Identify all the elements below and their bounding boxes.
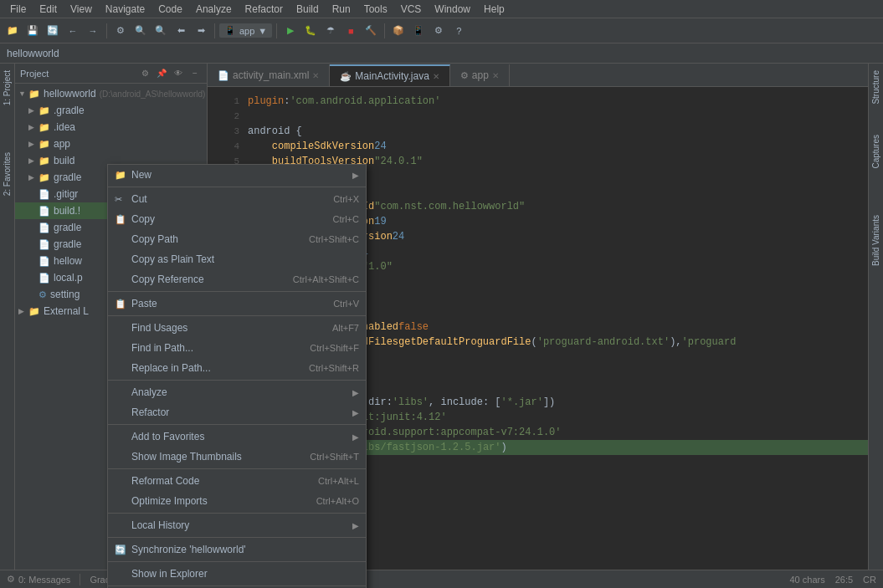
java-file-icon: ☕	[340, 71, 352, 82]
tab-app[interactable]: ⚙ app ✕	[450, 64, 510, 86]
xml-file-icon: 📄	[218, 70, 229, 81]
menu-tools[interactable]: Tools	[357, 2, 394, 17]
panel-pin-btn[interactable]: 📌	[155, 67, 168, 80]
ctx-show-thumbnails[interactable]: Show Image Thumbnails Ctrl+Shift+T	[108, 447, 366, 467]
toolbar-help-btn[interactable]: ?	[449, 22, 468, 40]
ctx-copy-path[interactable]: Copy Path Ctrl+Shift+C	[108, 229, 366, 249]
ctx-copy[interactable]: 📋 Copy Ctrl+C	[108, 209, 366, 229]
tab-bar: 📄 activity_main.xml ✕ ☕ MainActivity.jav…	[208, 64, 868, 87]
toolbar-settings[interactable]: ⚙	[429, 22, 448, 40]
menu-edit[interactable]: Edit	[33, 2, 64, 17]
ctx-cut[interactable]: ✂ Cut Ctrl+X	[108, 189, 366, 209]
tab-mainactivity[interactable]: ☕ MainActivity.java ✕	[330, 64, 449, 86]
menu-navigate[interactable]: Navigate	[99, 2, 151, 17]
code-line-1: 1 plugin: 'com.android.application'	[208, 94, 868, 109]
ctx-replace-in-path[interactable]: Replace in Path... Ctrl+Shift+R	[108, 358, 366, 378]
menu-window[interactable]: Window	[428, 2, 477, 17]
toolbar-debug[interactable]: 🐛	[301, 22, 320, 40]
sync-icon: 🔄	[115, 545, 131, 555]
panel-minimize-btn[interactable]: −	[188, 67, 202, 80]
ctx-sep-3	[108, 315, 366, 316]
ctx-find-usages[interactable]: Find Usages Alt+F7	[108, 318, 366, 338]
toolbar-sdk[interactable]: 📦	[389, 22, 408, 40]
project-title-bar: hellowworld	[0, 43, 883, 64]
toolbar-avd[interactable]: 📱	[409, 22, 428, 40]
toolbar-build-btn[interactable]: 🔨	[362, 22, 380, 40]
sidebar-tab-captures[interactable]: Captures	[870, 128, 882, 176]
menu-analyze[interactable]: Analyze	[189, 2, 239, 17]
toolbar-sep-4	[384, 23, 385, 38]
tree-root[interactable]: ▼ 📁 hellowworld (D:\android_AS\hellowwor…	[15, 85, 207, 102]
toolbar-btn-3[interactable]: 🔍	[151, 22, 170, 40]
status-messages[interactable]: ⚙ 0: Messages	[7, 574, 70, 585]
ctx-paste[interactable]: 📋 Paste Ctrl+V	[108, 294, 366, 314]
code-line-3: 3 android {	[208, 124, 868, 139]
menu-run[interactable]: Run	[326, 2, 357, 17]
menu-code[interactable]: Code	[151, 2, 189, 17]
status-right: 40 chars 26:5 CR	[789, 575, 876, 585]
toolbar: 📁 💾 🔄 ← → ⚙ 🔍 🔍 ⬅ ➡ 📱 app ▼ ▶ 🐛 ☂ ■ 🔨 📦 …	[0, 18, 883, 43]
cut-icon: ✂	[115, 194, 131, 205]
tab-close-activity[interactable]: ✕	[312, 71, 319, 80]
toolbar-btn-2[interactable]: 🔍	[131, 22, 150, 40]
menu-view[interactable]: View	[64, 2, 99, 17]
ctx-synchronize[interactable]: 🔄 Synchronize 'hellowworld'	[108, 539, 366, 560]
panel-view-btn[interactable]: 👁	[172, 67, 185, 80]
toolbar-save[interactable]: 💾	[23, 22, 42, 40]
ctx-copy-plain[interactable]: Copy as Plain Text	[108, 249, 366, 269]
tree-item-idea[interactable]: ▶📁.idea	[15, 119, 207, 135]
history-arrow: ▶	[352, 521, 359, 530]
ctx-sep-4	[108, 380, 366, 381]
tree-item-app[interactable]: ▶📁app	[15, 135, 207, 152]
refactor-arrow: ▶	[352, 408, 359, 417]
context-menu: 📁 New ▶ ✂ Cut Ctrl+X 📋 Copy Ctrl+C Copy …	[107, 164, 367, 588]
toolbar-sep-2	[214, 23, 215, 38]
menu-refactor[interactable]: Refactor	[239, 2, 290, 17]
sidebar-tab-structure[interactable]: Structure	[870, 64, 882, 111]
menu-vcs[interactable]: VCS	[394, 2, 429, 17]
toolbar-btn-4[interactable]: ⬅	[172, 22, 190, 40]
ctx-copy-reference[interactable]: Copy Reference Ctrl+Alt+Shift+C	[108, 269, 366, 289]
left-side-tabs: 1: Project 2: Favorites	[0, 64, 15, 570]
code-line-2: 2	[208, 109, 868, 124]
new-icon: 📁	[115, 170, 131, 181]
favorites-arrow: ▶	[352, 432, 359, 442]
menu-help[interactable]: Help	[477, 2, 511, 17]
ctx-reformat[interactable]: Reformat Code Ctrl+Alt+L	[108, 471, 366, 491]
toolbar-run[interactable]: ▶	[281, 22, 300, 40]
tree-item-gradle[interactable]: ▶📁.gradle	[15, 102, 207, 119]
ctx-show-explorer[interactable]: Show in Explorer	[108, 564, 366, 584]
toolbar-btn-1[interactable]: ⚙	[111, 22, 130, 40]
toolbar-stop[interactable]: ■	[341, 22, 360, 40]
toolbar-btn-5[interactable]: ➡	[192, 22, 210, 40]
project-name: hellowworld	[7, 48, 59, 59]
ctx-new[interactable]: 📁 New ▶	[108, 165, 366, 185]
code-line-4: 4 compileSdkVersion 24	[208, 139, 868, 154]
messages-icon: ⚙	[7, 574, 15, 585]
toolbar-forward[interactable]: →	[84, 22, 102, 40]
ctx-sep-9	[108, 561, 366, 562]
menu-build[interactable]: Build	[290, 2, 326, 17]
tab-activity-main[interactable]: 📄 activity_main.xml ✕	[208, 64, 330, 86]
toolbar-coverage[interactable]: ☂	[321, 22, 340, 40]
ctx-refactor[interactable]: Refactor ▶	[108, 402, 366, 422]
ctx-optimize-imports[interactable]: Optimize Imports Ctrl+Alt+O	[108, 491, 366, 511]
ctx-local-history[interactable]: Local History ▶	[108, 515, 366, 535]
ctx-find-in-path[interactable]: Find in Path... Ctrl+Shift+F	[108, 338, 366, 358]
sidebar-tab-favorites[interactable]: 2: Favorites	[1, 146, 13, 202]
toolbar-back[interactable]: ←	[64, 22, 82, 40]
ctx-analyze[interactable]: Analyze ▶	[108, 382, 366, 402]
status-encoding: CR	[863, 575, 876, 585]
panel-settings-btn[interactable]: ⚙	[138, 67, 151, 80]
sidebar-tab-project[interactable]: 1: Project	[1, 64, 13, 112]
ctx-add-favorites[interactable]: Add to Favorites ▶	[108, 427, 366, 447]
toolbar-open[interactable]: 📁	[3, 22, 22, 40]
ctx-sep-8	[108, 537, 366, 538]
menu-file[interactable]: File	[3, 2, 33, 17]
toolbar-app-selector[interactable]: 📱 app ▼	[219, 23, 272, 38]
tab-close-app[interactable]: ✕	[492, 71, 499, 80]
ctx-sep-5	[108, 424, 366, 425]
toolbar-sync[interactable]: 🔄	[44, 22, 62, 40]
sidebar-tab-build-variants[interactable]: Build Variants	[870, 208, 882, 273]
tab-close-mainactivity[interactable]: ✕	[433, 72, 439, 81]
